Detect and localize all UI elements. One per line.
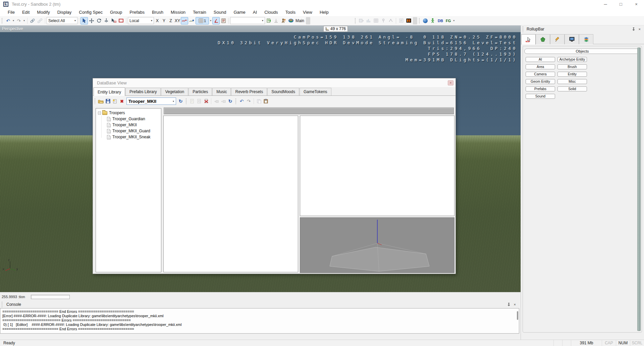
select-all-dropdown[interactable]: Select All▾ [47,17,77,24]
reload-scripts-icon[interactable] [265,17,272,24]
tab-gametokens[interactable]: GameTokens [300,88,331,95]
toolbar-overflow-button[interactable] [413,17,417,24]
link-objects-icon[interactable] [29,17,36,24]
tab-modelling[interactable] [550,34,565,44]
tree-root-row[interactable]: − Troopers [96,110,161,116]
menu-game[interactable]: Game [230,10,249,15]
tab-soundmoods[interactable]: SoundMoods [267,88,299,95]
console-pin-icon[interactable] [507,303,511,306]
angle-snap-toggle-icon[interactable] [212,17,220,24]
ruler-tool-icon[interactable] [117,17,125,24]
model-preview-panel[interactable] [300,217,454,273]
object-button-entity[interactable]: Entity [557,72,587,77]
object-button-camera[interactable]: Camera [526,72,555,77]
tree-item[interactable]: Trooper_Guardian [96,116,161,122]
object-button-prefabs[interactable]: Prefabs [526,86,555,91]
menu-sound[interactable]: Sound [210,10,230,15]
menu-terrain[interactable]: Terrain [189,10,210,15]
object-button-sound[interactable]: Sound [526,94,555,99]
menu-mission[interactable]: Mission [167,10,189,15]
add-item-icon[interactable] [189,98,196,105]
console-grip[interactable] [1,301,3,307]
paste-item-icon[interactable] [262,98,269,105]
tab-prefabs-library[interactable]: Prefabs Library [125,88,161,95]
axis-y-button[interactable]: Y [161,17,167,24]
rotate-tool-icon[interactable] [95,17,103,24]
redo-icon[interactable]: ↷ [15,17,22,24]
follow-terrain-toggle-icon[interactable] [181,17,188,24]
toolbar-grip[interactable] [1,18,3,24]
console-close-icon[interactable]: × [514,302,516,306]
trackview-icon[interactable] [405,17,412,24]
object-button-solid[interactable]: Solid [557,86,587,91]
tab-entity-library[interactable]: Entity Library [94,87,125,96]
description-panel[interactable] [300,116,454,216]
coordinate-system-dropdown[interactable]: Local▾ [128,17,154,24]
reload-library-icon[interactable]: ↻ [177,98,184,105]
menu-brush[interactable]: Brush [148,10,167,15]
tab-terrain[interactable] [536,34,550,44]
selection-mask-dropdown[interactable]: ▾ [230,17,265,24]
add-library-icon[interactable] [111,98,118,105]
physics-sphere-icon[interactable] [422,17,429,24]
load-library-icon[interactable] [97,98,104,105]
maximize-button[interactable]: □ [613,0,629,8]
db-toolbar-grip[interactable] [235,98,237,104]
object-button-geom-entity[interactable]: Geom Entity [526,79,555,84]
tab-layers[interactable] [579,34,593,44]
link-view-icon[interactable] [387,17,394,24]
menu-file[interactable]: File [4,10,18,15]
db-undo-icon[interactable]: ↶ [238,98,245,105]
scale-tool-icon[interactable] [103,17,110,24]
clone-item-icon[interactable]: C [196,98,203,105]
db-redo-icon[interactable]: ↷ [245,98,252,105]
menu-config-spec[interactable]: Config Spec [75,10,106,15]
menu-clouds[interactable]: Clouds [261,10,281,15]
axis-z-button[interactable]: Z [167,17,174,24]
menu-edit[interactable]: Edit [18,10,33,15]
console-list-icon[interactable] [220,17,227,24]
rollupbar-grip[interactable] [522,26,524,32]
object-button-area[interactable]: Area [526,64,555,69]
select-tool-icon[interactable] [80,17,88,24]
menu-prefabs[interactable]: Prefabs [126,10,148,15]
delete-library-icon[interactable]: ✖ [118,98,125,105]
menu-group[interactable]: Group [106,10,126,15]
sync-player-icon[interactable] [272,17,280,24]
menu-modify[interactable]: Modify [33,10,53,15]
facial-editor-icon[interactable]: F [397,17,405,24]
open-view-pane-icon[interactable] [358,17,365,24]
library-select-combo[interactable]: Trooper_MKII ▾ [126,97,176,105]
object-button-archetype-entity[interactable]: Archetype Entity [557,57,587,62]
console-scrollbar[interactable] [517,311,518,320]
library-tree[interactable]: − Troopers Trooper_Guardian Trooper_MKII… [96,108,161,272]
viewport-label[interactable]: Perspective [2,26,23,31]
tab-display[interactable] [565,34,579,44]
rollupbar-scrollbar[interactable] [637,48,641,331]
menu-ai[interactable]: AI [249,10,261,15]
save-library-icon[interactable] [104,98,111,105]
rollupbar-pin-icon[interactable] [632,27,635,31]
anchor-pin-icon[interactable] [380,17,387,24]
database-view-button[interactable]: DB [436,19,444,23]
collapse-icon[interactable]: − [98,112,101,115]
library-combo-arrow-icon[interactable]: ▾ [173,100,174,103]
tab-particles[interactable]: Particles [189,88,212,95]
object-button-misc[interactable]: Misc [557,79,587,84]
database-view-titlebar[interactable]: DataBase View × [93,78,455,87]
snap-to-geometry-icon[interactable] [188,17,196,24]
db-toolbar-grip[interactable] [94,98,96,104]
grid-snap-toggle[interactable]: 1 [196,17,209,24]
get-from-selection-icon[interactable] [220,98,227,105]
ai-person-icon[interactable] [429,17,436,24]
menu-display[interactable]: Display [54,10,75,15]
redo-dropdown-icon[interactable]: ▾ [22,19,26,22]
select-object-tool-icon[interactable] [110,17,117,24]
close-button[interactable]: × [629,0,644,8]
axis-xy-button[interactable]: XY [174,17,181,24]
unlink-objects-icon[interactable] [36,17,44,24]
update-entity-icon[interactable] [280,17,287,24]
menu-help[interactable]: Help [316,10,332,15]
menu-view[interactable]: View [299,10,316,15]
toolbar-overflow-icon[interactable]: ▾ [452,19,455,22]
